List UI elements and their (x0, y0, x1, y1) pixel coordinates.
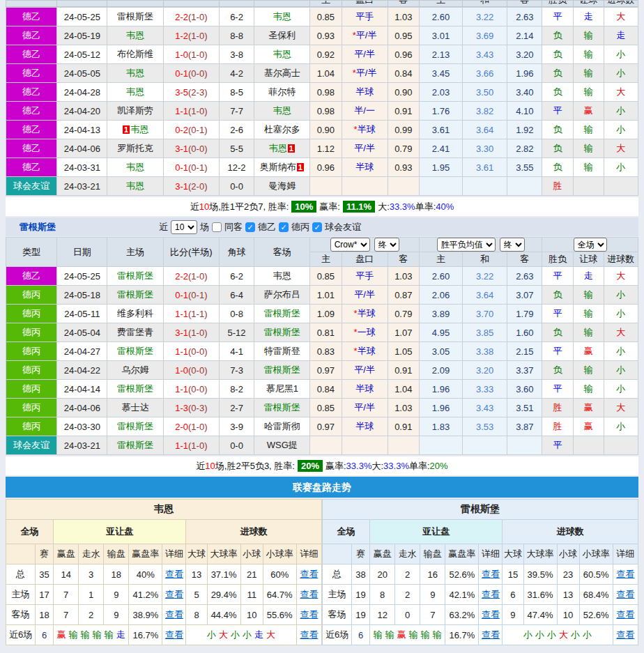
friendly-checkbox[interactable]: ✓ (312, 222, 322, 232)
bookmaker-select[interactable]: Crow* (330, 238, 370, 252)
sequence-item: 输 (374, 629, 383, 640)
result-wdl: 平 (542, 342, 573, 361)
score-cell: 1-2(1-0) (163, 26, 219, 45)
home-team-cell: 凯泽斯劳 (107, 102, 163, 121)
score-cell: 3-1(2-0) (163, 177, 219, 196)
handicap-home-odds: 0.98 (310, 83, 342, 102)
odds-period-select[interactable]: 终 (500, 238, 525, 252)
rate-badge: 11.1% (343, 201, 375, 213)
sequence-item: 输 (421, 629, 430, 640)
team-name: 雷根斯堡 (117, 289, 153, 300)
trend-col-header: 小球 (240, 544, 263, 564)
odds-away: 3.40 (507, 83, 542, 102)
result-handicap: 输 (573, 64, 604, 83)
score-cell: 3-5(2-3) (163, 83, 219, 102)
league-cell: 球会友谊 (6, 436, 57, 455)
trend-stat: 14 (54, 564, 79, 585)
trend-stat: 19 (352, 605, 370, 625)
corner-cell: 8-5 (219, 83, 254, 102)
halftime-score: (1-1) (188, 309, 207, 319)
home-team-cell: 雷根斯堡 (107, 267, 163, 286)
fulltime-score: 1-2 (175, 31, 188, 41)
trend-stat: 68.4% (579, 585, 613, 605)
trend-stat: 52.6% (445, 564, 479, 585)
detail-link[interactable]: 查看 (482, 589, 500, 599)
detail-link[interactable]: 查看 (165, 609, 183, 620)
match-row: 德丙24-04-06慕士达1-3(0-3)2-7雷根斯堡0.85平/半1.031… (6, 399, 638, 417)
date-cell: 24-05-25 (57, 8, 107, 26)
trend-header-row: 赛赢盘走水输盘赢盘率详细大球大球率小球小球率详细 (323, 544, 638, 564)
away-team-cell: 萨尔布吕 (254, 286, 310, 305)
summary-text: 单率: (415, 201, 436, 213)
handicap-home-odds: 0.97 (310, 361, 342, 380)
detail-link[interactable]: 查看 (165, 589, 183, 599)
bookmaker-period-select[interactable]: 终 (374, 238, 399, 252)
result-goals (604, 436, 638, 455)
handicap-home-odds (310, 436, 342, 455)
header-date (57, 1, 107, 7)
league-cell: 德丙 (6, 323, 57, 342)
home-team-cell: 雷根斯堡 (107, 436, 163, 455)
detail-cell: 查看 (479, 564, 503, 585)
header-date: 日期 (57, 238, 107, 267)
odds-away: 2.14 (507, 26, 542, 45)
sequence-item: 小 (207, 629, 216, 640)
result-goals: 大 (604, 323, 638, 342)
home-team-cell: 雷根斯堡 (107, 286, 163, 305)
date-cell: 24-04-14 (57, 380, 107, 399)
score-cell: 1-1(1-1) (163, 305, 219, 323)
handicap-home-odds: 0.96 (310, 158, 342, 177)
detail-link[interactable]: 查看 (300, 569, 318, 579)
scope-select[interactable]: 全场 (574, 238, 607, 252)
league-d3-checkbox[interactable]: ✓ (279, 222, 289, 232)
date-cell: 24-04-13 (57, 121, 107, 139)
detail-link[interactable]: 查看 (165, 629, 183, 640)
team-name: 慕士达 (122, 402, 149, 413)
detail-link[interactable]: 查看 (482, 569, 500, 579)
detail-link[interactable]: 查看 (165, 569, 183, 579)
handicap-name: 平/半 (354, 402, 375, 413)
rate-badge: 20% (298, 460, 323, 472)
summary-text: 赢率: (319, 201, 340, 213)
header-type (6, 1, 57, 7)
result-goals: 小 (604, 286, 638, 305)
handicap-name: 平/半 (354, 49, 375, 59)
result-handicap: 走 (573, 8, 604, 26)
detail-link[interactable]: 查看 (300, 589, 318, 599)
date-cell: 24-04-28 (57, 83, 107, 102)
corner-cell: 2-6 (219, 121, 254, 139)
trend-section: 韦恩全场亚让盘进球数赛赢盘走水输盘赢盘率详细大球大球率小球小球率详细总35143… (6, 499, 638, 645)
detail-link[interactable]: 查看 (482, 609, 500, 620)
odds-type-select[interactable]: 胜平负均值 (437, 238, 496, 252)
handicap-line: 平/半 (342, 139, 388, 158)
games-count-select[interactable]: 10 (171, 220, 197, 234)
odds-away: 1.60 (507, 323, 542, 342)
trend-stat: 18 (104, 564, 129, 585)
trend-stat: 8 (370, 585, 395, 605)
result-goals: 大 (604, 399, 638, 417)
handicap-away-odds: 1.03 (388, 8, 419, 26)
handicap-home-odds (310, 177, 342, 196)
detail-link[interactable]: 查看 (300, 609, 318, 620)
handicap-home-odds: 1.01 (310, 286, 342, 305)
handicap-away-odds: 0.91 (388, 102, 419, 121)
home-team-cell: 韦恩 (107, 158, 163, 177)
detail-link[interactable]: 查看 (482, 629, 500, 640)
handicap-name: 半/一 (354, 105, 375, 116)
detail-link[interactable]: 查看 (616, 609, 634, 620)
same-away-checkbox[interactable] (212, 222, 222, 232)
team-name: 韦恩 (126, 162, 144, 172)
date-cell: 24-03-21 (57, 177, 107, 196)
group-asian-handicap: 亚让盘 (370, 520, 503, 544)
corner-cell: 8-2 (219, 380, 254, 399)
fulltime-score: 1-0 (175, 365, 188, 376)
summary-text: 20% (430, 461, 448, 471)
detail-link[interactable]: 查看 (616, 569, 634, 579)
detail-link[interactable]: 查看 (616, 589, 634, 599)
sequence-item: 输 (385, 629, 394, 640)
detail-link[interactable]: 查看 (300, 629, 318, 640)
handicap-home-odds: 0.83 (310, 342, 342, 361)
detail-link[interactable]: 查看 (616, 629, 634, 640)
result-handicap: 赢 (573, 342, 604, 361)
league-d2-checkbox[interactable]: ✓ (245, 222, 255, 232)
